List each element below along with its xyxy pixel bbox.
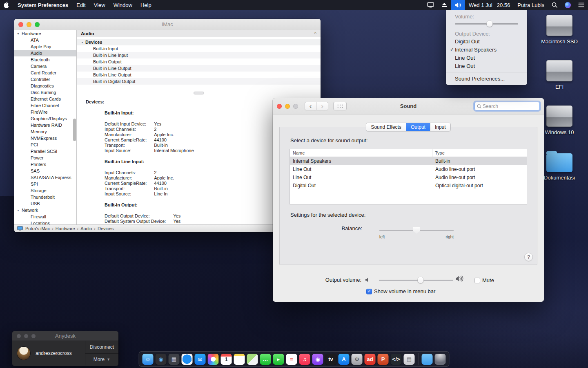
- spotlight-search-icon[interactable]: [548, 0, 561, 10]
- anydesk-titlebar[interactable]: Anydesk: [12, 331, 118, 341]
- sysinfo-sidebar-item[interactable]: ▼ Locations: [14, 220, 76, 224]
- dock-app-icon[interactable]: [234, 354, 245, 365]
- dock-app-icon[interactable]: ◉: [156, 354, 167, 365]
- close-button[interactable]: [277, 104, 282, 109]
- balance-slider-thumb[interactable]: [413, 227, 420, 234]
- apple-menu-icon[interactable]: [0, 0, 13, 10]
- tab-button[interactable]: Input: [430, 123, 450, 131]
- output-device-row[interactable]: Digital Out Optical digital-out port: [290, 182, 527, 190]
- sidebar-scrollbar-thumb[interactable]: [73, 119, 76, 141]
- output-device-menu-item[interactable]: ✓ Line Out: [446, 62, 527, 70]
- sysinfo-sidebar-item[interactable]: ▼ FireWire: [14, 109, 76, 115]
- mute-checkbox[interactable]: ✓: [474, 278, 480, 283]
- app-menu-title[interactable]: System Preferences: [13, 0, 72, 10]
- minimize-button[interactable]: [27, 22, 31, 27]
- splitter-grip-icon[interactable]: [194, 92, 204, 94]
- desktop-icon[interactable]: EFI: [537, 60, 581, 90]
- menu-volume-slider[interactable]: [455, 20, 518, 27]
- sysinfo-sidebar-item[interactable]: ▼ Controller: [14, 76, 76, 83]
- sysinfo-sidebar-item[interactable]: ▼ Audio: [14, 50, 76, 56]
- audio-pane-header[interactable]: Audio ^: [77, 30, 321, 37]
- menu-bar-menu-item[interactable]: Window: [109, 0, 136, 10]
- balance-slider[interactable]: [379, 227, 454, 234]
- column-header-name[interactable]: Name: [290, 149, 432, 157]
- breadcrumb-item[interactable]: Audio: [77, 226, 94, 231]
- volume-menu-icon[interactable]: [451, 0, 465, 10]
- sysinfo-sidebar-item[interactable]: ▼ Memory: [14, 128, 76, 135]
- pane-splitter[interactable]: [77, 93, 321, 94]
- back-button[interactable]: ‹: [305, 102, 316, 110]
- dock-app-icon[interactable]: tv: [325, 354, 336, 365]
- desktop-icon[interactable]: Macintosh SSD: [537, 15, 581, 45]
- column-header-type[interactable]: Type: [432, 149, 527, 157]
- sysinfo-sidebar-item[interactable]: ▼ Apple Pay: [14, 43, 76, 50]
- device-tree-row[interactable]: Built-in Output: [77, 58, 321, 65]
- tab-button[interactable]: Output: [406, 123, 430, 131]
- sound-preferences-menu-item[interactable]: Sound Preferences...: [446, 74, 527, 83]
- desktop-icon[interactable]: Windows 10: [537, 105, 581, 135]
- tab-button[interactable]: Sound Effects: [366, 123, 406, 131]
- sysinfo-sidebar-item[interactable]: ▼ Network: [14, 207, 76, 213]
- display-menu-icon[interactable]: [423, 0, 438, 10]
- notification-center-icon[interactable]: [575, 0, 588, 10]
- sysinfo-sidebar-item[interactable]: ▼ Firewall: [14, 213, 76, 220]
- output-device-row[interactable]: Internal Speakers Built-in: [290, 157, 527, 165]
- dock-app-icon[interactable]: ✉: [195, 354, 206, 365]
- help-button[interactable]: ?: [524, 253, 533, 261]
- sysinfo-sidebar-item[interactable]: ▼ Storage: [14, 187, 76, 194]
- dock-app-icon[interactable]: ♫: [299, 354, 310, 365]
- dock-app-icon[interactable]: ◉: [312, 354, 323, 365]
- dock-app-icon[interactable]: ☺: [143, 354, 154, 365]
- minimize-button[interactable]: [24, 334, 28, 338]
- device-tree-row[interactable]: Built-in Digital Output: [77, 78, 321, 85]
- sysinfo-sidebar-item[interactable]: ▼ Parallel SCSI: [14, 148, 76, 155]
- dock-app-icon[interactable]: [435, 354, 446, 365]
- sysinfo-sidebar-item[interactable]: ▼ USB: [14, 200, 76, 207]
- dock-app-icon[interactable]: </>: [391, 354, 402, 365]
- output-volume-slider-thumb[interactable]: [417, 277, 423, 283]
- disclosure-triangle-icon[interactable]: ▼: [81, 41, 84, 44]
- close-button[interactable]: [17, 334, 21, 338]
- desktop-icon[interactable]: Dokumentasi: [537, 151, 581, 181]
- sysinfo-sidebar-item[interactable]: ▼ Hardware: [14, 30, 76, 37]
- dock-app-icon[interactable]: 1: [221, 354, 232, 365]
- disclosure-triangle-icon[interactable]: ▼: [17, 32, 20, 35]
- sysinfo-sidebar-item[interactable]: ▼ ATA: [14, 37, 76, 43]
- sysinfo-sidebar-item[interactable]: ▼ Graphics/Displays: [14, 115, 76, 122]
- collapse-icon[interactable]: ^: [314, 31, 316, 36]
- siri-icon[interactable]: [561, 0, 575, 10]
- dock-app-icon[interactable]: ▦: [169, 354, 180, 365]
- disclosure-triangle-icon[interactable]: ▼: [17, 209, 20, 212]
- sysinfo-sidebar-item[interactable]: ▼ Hardware RAID: [14, 122, 76, 128]
- menu-bar-menu-item[interactable]: Help: [136, 0, 156, 10]
- zoom-button[interactable]: [293, 104, 298, 109]
- dock-app-icon[interactable]: P: [378, 354, 389, 365]
- output-device-menu-item[interactable]: ✓ Internal Speakers: [446, 45, 527, 54]
- sysinfo-sidebar-item[interactable]: ▼ SPI: [14, 181, 76, 187]
- show-volume-checkbox[interactable]: ✓: [366, 289, 372, 294]
- output-device-menu-item[interactable]: ✓ Line Out: [446, 54, 527, 62]
- device-tree-row[interactable]: Built-in Line Input: [77, 52, 321, 58]
- sysinfo-sidebar-item[interactable]: ▼ PCI: [14, 141, 76, 148]
- menu-bar-menu-item[interactable]: View: [90, 0, 109, 10]
- search-field[interactable]: [474, 102, 540, 110]
- dock-app-icon[interactable]: …: [260, 354, 271, 365]
- dock-app-icon[interactable]: A: [339, 354, 350, 365]
- breadcrumb-item[interactable]: Putra's iMac: [25, 226, 52, 231]
- sysinfo-sidebar-item[interactable]: ▼ Fibre Channel: [14, 102, 76, 109]
- device-tree-row[interactable]: Built-in Line Output: [77, 65, 321, 72]
- device-tree-row[interactable]: Built-in Line Output: [77, 72, 321, 78]
- zoom-button[interactable]: [31, 334, 36, 338]
- devices-tree-root[interactable]: ▼ Devices: [77, 39, 321, 45]
- sound-toolbar[interactable]: Sound ‹ ›: [273, 98, 544, 114]
- disconnect-button[interactable]: Disconnect: [85, 341, 118, 354]
- dock-app-icon[interactable]: [182, 354, 193, 365]
- sysinfo-sidebar-item[interactable]: ▼ Thunderbolt: [14, 194, 76, 200]
- search-input[interactable]: [483, 103, 537, 109]
- sysinfo-titlebar[interactable]: iMac: [14, 19, 321, 30]
- forward-button[interactable]: ›: [316, 102, 328, 110]
- dock-app-icon[interactable]: [422, 354, 433, 365]
- device-tree-row[interactable]: Built-in Input: [77, 45, 321, 52]
- dock-app-icon[interactable]: [208, 354, 219, 365]
- sysinfo-sidebar-item[interactable]: ▼ Disc Burning: [14, 89, 76, 96]
